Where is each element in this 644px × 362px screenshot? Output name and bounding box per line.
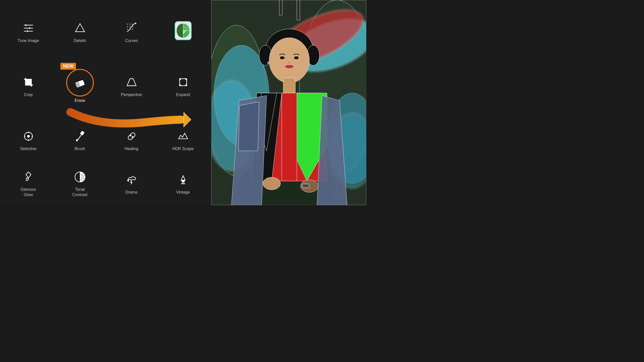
drama-icon — [124, 172, 139, 187]
svg-point-33 — [130, 135, 131, 136]
tonal-contrast-tool[interactable]: TonalContrast — [54, 167, 106, 200]
perspective-tool[interactable]: Perspective — [106, 59, 157, 113]
drama-tool[interactable]: Drama — [106, 167, 157, 200]
curves-tool[interactable]: Curves — [106, 5, 157, 59]
svg-point-15 — [132, 29, 133, 30]
tune-image-label: Tune Image — [18, 38, 39, 43]
svg-rect-56 — [297, 0, 300, 20]
tonal-contrast-label: TonalContrast — [72, 187, 87, 198]
svg-point-13 — [127, 29, 128, 30]
healing-label: Healing — [125, 146, 138, 152]
selective-label: Selective — [20, 146, 36, 152]
svg-point-12 — [132, 26, 133, 27]
drama-label: Drama — [125, 190, 137, 195]
erase-icon — [74, 76, 86, 89]
snapseed-logo-item[interactable] — [157, 5, 209, 59]
svg-point-61 — [280, 56, 285, 60]
crop-tool[interactable]: Crop — [3, 59, 54, 113]
selective-icon — [21, 129, 36, 144]
svg-point-7 — [127, 24, 128, 25]
hdr-scape-tool[interactable]: HDR Scape — [157, 113, 209, 167]
curves-label: Curves — [125, 38, 138, 43]
svg-point-64 — [267, 62, 270, 64]
svg-point-60 — [269, 38, 309, 83]
photo-background — [211, 0, 366, 205]
person-figure — [211, 0, 366, 205]
erase-tool[interactable]: NEW Erase — [54, 59, 106, 113]
photo-panel — [211, 0, 366, 205]
svg-point-24 — [27, 135, 29, 137]
brush-tool[interactable]: Brush — [54, 113, 106, 167]
tonal-contrast-icon — [72, 169, 88, 185]
new-badge: NEW — [60, 63, 76, 70]
crop-icon — [21, 75, 36, 90]
vintage-label: Vintage — [176, 190, 190, 195]
snapseed-logo-icon — [172, 19, 194, 42]
healing-icon — [124, 129, 139, 144]
expand-icon — [176, 75, 191, 90]
brush-label: Brush — [75, 146, 85, 152]
svg-rect-65 — [283, 78, 295, 93]
svg-point-9 — [132, 24, 133, 25]
svg-point-11 — [130, 26, 130, 27]
svg-point-34 — [132, 137, 133, 137]
svg-point-8 — [130, 24, 130, 25]
svg-rect-30 — [127, 132, 136, 141]
glamour-glow-icon — [21, 169, 36, 185]
vintage-icon — [176, 172, 191, 187]
details-tool[interactable]: Details — [54, 5, 106, 59]
details-icon — [72, 21, 88, 36]
svg-point-63 — [285, 65, 294, 69]
selective-tool[interactable]: Selective — [3, 113, 54, 167]
tools-panel: Tune Image Details — [0, 0, 211, 205]
hdr-scape-icon — [176, 129, 191, 144]
healing-tool[interactable]: Healing — [106, 113, 157, 167]
glamour-glow-label: GlamourGlow — [21, 187, 36, 198]
expand-label: Expand — [176, 92, 190, 98]
details-label: Details — [74, 38, 86, 43]
glamour-glow-tool[interactable]: GlamourGlow — [3, 167, 54, 200]
svg-marker-35 — [26, 172, 31, 178]
erase-circle — [66, 69, 94, 97]
expand-tool[interactable]: Expand — [157, 59, 209, 113]
svg-marker-6 — [75, 24, 85, 32]
svg-rect-55 — [279, 0, 282, 15]
svg-rect-29 — [80, 131, 84, 135]
perspective-label: Perspective — [121, 92, 142, 98]
perspective-icon — [124, 75, 139, 90]
svg-point-66 — [263, 177, 280, 190]
svg-rect-69 — [303, 184, 309, 187]
brush-icon — [72, 129, 88, 144]
crop-label: Crop — [24, 92, 33, 98]
erase-label: Erase — [75, 98, 85, 103]
curves-icon — [124, 21, 139, 36]
hdr-scape-label: HDR Scape — [172, 146, 193, 152]
tune-image-tool[interactable]: Tune Image — [3, 5, 54, 59]
svg-rect-22 — [180, 79, 187, 86]
tune-image-icon — [21, 21, 36, 36]
svg-point-10 — [127, 26, 128, 27]
svg-point-62 — [294, 56, 299, 60]
vintage-tool[interactable]: Vintage — [157, 167, 209, 200]
